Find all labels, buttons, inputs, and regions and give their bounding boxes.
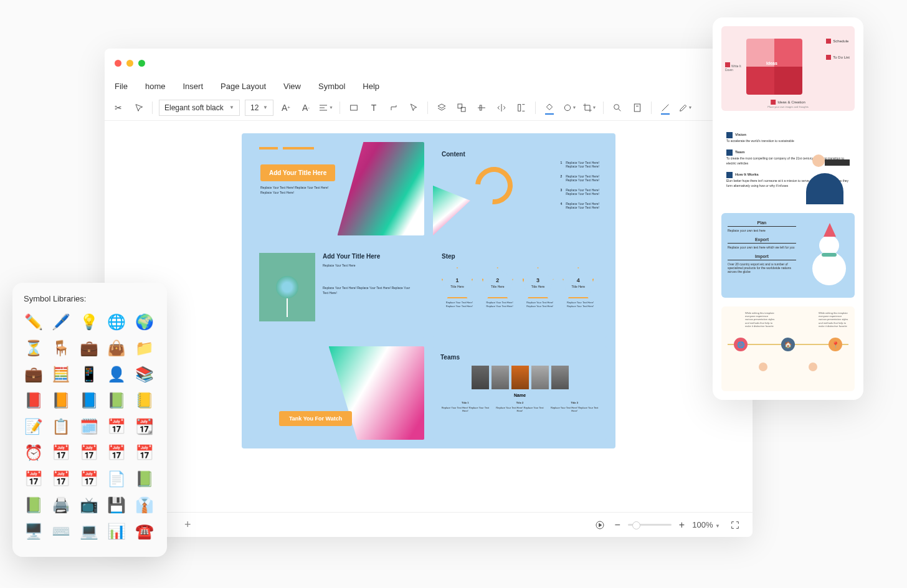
symbol-item-25[interactable]: ⏰ — [24, 443, 44, 463]
search-button[interactable] — [610, 100, 625, 115]
zoom-level[interactable]: 100% ▼ — [692, 520, 720, 529]
flip-button[interactable] — [494, 100, 509, 115]
maximize-button[interactable] — [138, 60, 145, 67]
slide-image-text[interactable]: Add Your Title Here Replace Your Text He… — [250, 244, 424, 338]
symbol-item-29[interactable]: 📅 — [135, 443, 154, 463]
shape-button[interactable]: ▼ — [562, 100, 577, 115]
decrease-font-button[interactable]: A- — [298, 100, 313, 115]
format-painter-button[interactable] — [131, 100, 146, 115]
text-tool[interactable]: T — [366, 100, 381, 115]
svg-rect-8 — [518, 104, 521, 111]
symbol-item-31[interactable]: 📅 — [51, 469, 71, 489]
increase-font-button[interactable]: A+ — [278, 100, 293, 115]
slide-content[interactable]: Content 1Replace Your Text Here!Replace … — [433, 142, 607, 235]
template-snowman[interactable]: PlanReplace your own text here ExportRep… — [721, 213, 855, 298]
slide-thanks[interactable]: Tank You For Watch — [250, 346, 424, 440]
minimize-button[interactable] — [126, 60, 133, 67]
template-timeline[interactable]: While editing this template everyone exp… — [721, 306, 855, 391]
menu-home[interactable]: home — [145, 82, 166, 91]
canvas[interactable]: Add Your Title Here Replace Your Text He… — [105, 121, 753, 512]
font-selector[interactable]: Elegant soft black▼ — [159, 100, 240, 116]
symbol-item-38[interactable]: 💾 — [107, 495, 126, 515]
symbol-item-14[interactable]: 📚 — [135, 364, 154, 384]
align-button[interactable]: ▼ — [318, 100, 333, 115]
template-panel: Ideas Schedule To Do List Write It Down … — [713, 17, 863, 400]
group-button[interactable] — [454, 100, 469, 115]
symbol-item-26[interactable]: 📅 — [51, 443, 71, 463]
close-button[interactable] — [115, 60, 121, 67]
menu-help[interactable]: Help — [363, 82, 379, 91]
layers-button[interactable] — [434, 100, 449, 115]
slide-title[interactable]: Add Your Title Here Replace Your Text He… — [250, 142, 424, 235]
symbol-item-44[interactable]: ☎️ — [135, 521, 154, 541]
symbol-item-2[interactable]: 💡 — [79, 312, 99, 332]
symbol-item-34[interactable]: 📗 — [135, 469, 154, 489]
symbol-item-1[interactable]: 🖊️ — [51, 312, 71, 332]
align-objects-button[interactable] — [474, 100, 489, 115]
zoom-slider[interactable] — [628, 524, 672, 526]
symbol-item-41[interactable]: ⌨️ — [51, 521, 71, 541]
menu-insert[interactable]: Insert — [183, 82, 203, 91]
symbol-item-40[interactable]: 🖥️ — [24, 521, 44, 541]
symbol-item-15[interactable]: 📕 — [24, 391, 44, 410]
fullscreen-button[interactable] — [728, 518, 743, 533]
symbol-item-43[interactable]: 📊 — [107, 521, 126, 541]
symbol-item-9[interactable]: 📁 — [135, 338, 154, 358]
symbol-item-6[interactable]: 🪑 — [51, 338, 71, 358]
connector-tool[interactable] — [386, 100, 401, 115]
crop-button[interactable]: ▼ — [582, 100, 597, 115]
cut-button[interactable]: ✂ — [111, 100, 126, 115]
symbol-item-21[interactable]: 📋 — [51, 417, 71, 437]
symbol-item-30[interactable]: 📅 — [24, 469, 44, 489]
symbol-item-33[interactable]: 📄 — [107, 469, 126, 489]
symbol-item-3[interactable]: 🌐 — [107, 312, 126, 332]
fill-color-button[interactable] — [542, 100, 557, 115]
symbol-item-16[interactable]: 📙 — [51, 391, 71, 410]
pointer-tool[interactable] — [406, 100, 421, 115]
line-color-button[interactable] — [658, 100, 673, 115]
template-vision[interactable]: VisionTo accelerate the world's transiti… — [721, 120, 855, 204]
symbol-item-0[interactable]: ✏️ — [24, 312, 44, 332]
symbol-item-11[interactable]: 🧮 — [51, 364, 71, 384]
symbol-item-19[interactable]: 📒 — [135, 391, 154, 410]
symbol-item-10[interactable]: 💼 — [24, 364, 44, 384]
template-puzzle[interactable]: Ideas Schedule To Do List Write It Down … — [721, 26, 855, 111]
symbol-item-37[interactable]: 📺 — [79, 495, 99, 515]
symbol-item-22[interactable]: 🗓️ — [79, 417, 99, 437]
font-size-selector[interactable]: 12▼ — [245, 100, 273, 116]
add-page-button[interactable]: + — [184, 518, 191, 531]
menu-view[interactable]: View — [283, 82, 301, 91]
symbol-item-39[interactable]: 👔 — [135, 495, 154, 515]
slide-subtitle: Replace Your Text Here! Replace Your Tex… — [260, 186, 328, 195]
symbol-item-13[interactable]: 👤 — [107, 364, 126, 384]
symbol-item-42[interactable]: 💻 — [79, 521, 99, 541]
symbol-item-12[interactable]: 📱 — [79, 364, 99, 384]
menu-page-layout[interactable]: Page Layout — [221, 82, 266, 91]
distribute-button[interactable] — [514, 100, 529, 115]
symbol-item-18[interactable]: 📗 — [107, 391, 126, 410]
page-settings-button[interactable] — [630, 100, 645, 115]
symbol-item-17[interactable]: 📘 — [79, 391, 99, 410]
symbol-item-27[interactable]: 📅 — [79, 443, 99, 463]
symbol-item-23[interactable]: 📅 — [107, 417, 126, 437]
menu-file[interactable]: File — [115, 82, 128, 91]
slide-steps[interactable]: Step 1Title HereReplace Your Text Here! … — [433, 244, 607, 338]
symbol-item-8[interactable]: 👜 — [107, 338, 126, 358]
symbol-item-35[interactable]: 📗 — [24, 495, 44, 515]
zoom-out-button[interactable]: − — [615, 519, 620, 531]
symbol-item-4[interactable]: 🌍 — [135, 312, 154, 332]
play-button[interactable] — [592, 518, 607, 533]
symbol-item-7[interactable]: 💼 — [79, 338, 99, 358]
symbol-item-24[interactable]: 📆 — [135, 417, 154, 437]
zoom-in-button[interactable]: + — [679, 519, 685, 531]
symbol-item-28[interactable]: 📅 — [107, 443, 126, 463]
rectangle-tool[interactable] — [346, 100, 361, 115]
menu-symbol[interactable]: Symbol — [318, 82, 345, 91]
slide-teams[interactable]: Teams Name Title 1Replace Your Text Here… — [433, 346, 607, 440]
symbol-item-20[interactable]: 📝 — [24, 417, 44, 437]
pen-button[interactable]: ▼ — [678, 100, 693, 115]
symbol-item-32[interactable]: 📅 — [79, 469, 99, 489]
symbol-item-36[interactable]: 🖨️ — [51, 495, 71, 515]
symbol-grid: ✏️🖊️💡🌐🌍⏳🪑💼👜📁💼🧮📱👤📚📕📙📘📗📒📝📋🗓️📅📆⏰📅📅📅📅📅📅📅📄📗📗🖨… — [24, 312, 156, 541]
symbol-item-5[interactable]: ⏳ — [24, 338, 44, 358]
